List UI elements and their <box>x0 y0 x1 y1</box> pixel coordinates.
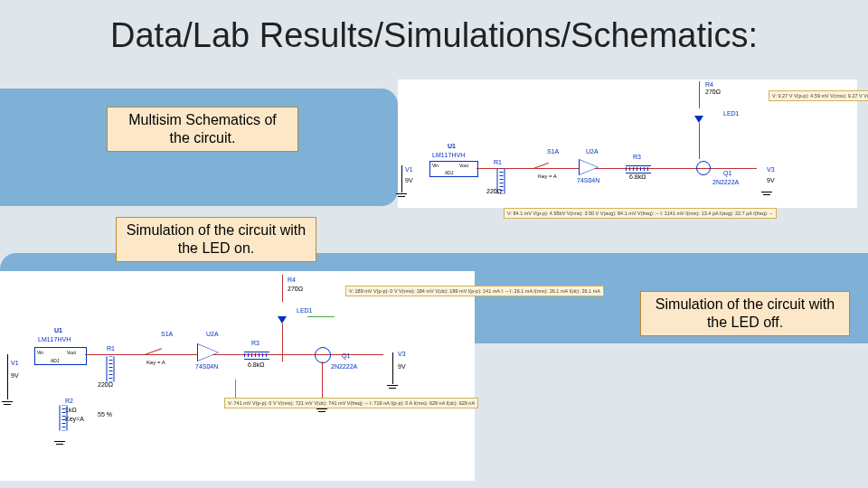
b-r3-sym <box>244 352 269 360</box>
b-gnd-v3 <box>387 385 398 392</box>
b-r2-sym <box>60 406 68 431</box>
b-gnd-v1 <box>2 401 13 408</box>
b-r2-key: Key=A <box>65 416 84 422</box>
schematic-multisim: R4 270Ω LED1 U1 LM117HVH Vin Vout ADJ V1… <box>398 80 857 208</box>
r3-label: R3 <box>633 154 641 160</box>
u2-part: 74S04N <box>577 177 599 183</box>
gnd-v3 <box>761 192 772 199</box>
b-q1-part: 2N2222A <box>331 363 357 370</box>
v3-value: 9V <box>767 177 775 183</box>
b-r4-label: R4 <box>288 277 296 283</box>
b-q1-label: Q1 <box>342 352 350 359</box>
b-s1-label: S1A <box>161 331 173 337</box>
v3-label: V3 <box>767 166 775 173</box>
b-pct: 55 % <box>98 411 112 418</box>
b-v1-label: V1 <box>11 360 19 366</box>
b-u1-part: LM117HVH <box>38 336 71 343</box>
meas-bot2: V: 741 mV V(p-p): 0 V V(rms): 721 mV V(d… <box>224 398 478 408</box>
r4-label: R4 <box>705 81 713 88</box>
v1-value: 9V <box>405 177 413 183</box>
b-r1-value: 220Ω <box>98 381 113 388</box>
u1-vout: Vout <box>459 163 468 168</box>
b-v3-value: 9V <box>398 363 406 370</box>
b-u2-part: 74S04N <box>195 363 218 370</box>
u2-label: U2A <box>586 148 599 155</box>
b-r3-value: 6.8kΩ <box>248 361 264 368</box>
b-gnd-q1 <box>316 408 327 416</box>
meas-mid-holder: V: 84.1 mV V(p-p): 4.95bV V(rms): 3.50 V… <box>504 208 621 271</box>
b-s1-key: Key = A <box>146 360 165 365</box>
q1-label: Q1 <box>723 170 731 176</box>
label-led-off: Simulation of the circuit with the LED o… <box>640 291 850 336</box>
b-led-label: LED1 <box>297 307 313 314</box>
b-led-icon <box>278 316 287 324</box>
s1-key: Key = A <box>538 174 557 179</box>
label-schematic: Multisim Schematics of the circuit. <box>107 107 298 152</box>
b-v3-label: V3 <box>398 351 406 357</box>
b-u1-label: U1 <box>54 327 62 333</box>
schematic-led-on: R4 270Ω LED1 U1 LM117HVH Vin Vout ADJ V1… <box>0 271 475 481</box>
b-u1-adj: ADJ <box>51 358 59 363</box>
s1-label: S1A <box>547 148 559 155</box>
q1-part: 2N2222A <box>712 179 739 185</box>
u1-adj: ADJ <box>445 170 453 175</box>
meas-mid-right: V: 84.1 mV V(p-p): 4.95bV V(rms): 3.50 V… <box>504 208 777 219</box>
u1-vin: Vin <box>432 163 439 168</box>
gnd-v1 <box>396 193 407 201</box>
meas-bot1: V: 189 mV V(p-p): 0 V V(rms): 184 mV V(d… <box>345 286 604 296</box>
b-u1-vout: Vout <box>67 350 76 355</box>
r3-sym <box>626 165 651 174</box>
led1-label: LED1 <box>723 110 740 117</box>
led-icon <box>694 116 703 123</box>
b-u2-label: U2A <box>206 331 219 337</box>
b-r2-label: R2 <box>65 398 73 404</box>
r3-value: 6.8kΩ <box>629 174 646 180</box>
b-r1-sym <box>107 357 115 382</box>
b-gnd-r2 <box>54 441 65 448</box>
label-led-on: Simulation of the circuit with the LED o… <box>116 217 316 262</box>
b-r4-value: 270Ω <box>288 286 303 292</box>
page-title: Data/Lab Results/Simulations/Schematics: <box>0 16 868 55</box>
r4-value: 270Ω <box>705 89 721 95</box>
b-r3-label: R3 <box>251 340 259 346</box>
b-r1-label: R1 <box>107 345 115 352</box>
b-v1-value: 9V <box>11 372 19 379</box>
r1-label: R1 <box>494 159 502 165</box>
u1-label: U1 <box>448 143 456 149</box>
r1-value: 220Ω <box>486 188 502 194</box>
u1-part: LM117HVH <box>432 152 465 158</box>
meas-top-right: V: 9.27 V V(p-p): 4.59 mV V(rms): 9.27 V… <box>769 90 868 101</box>
b-u1-vin: Vin <box>37 350 43 355</box>
v1-label: V1 <box>405 166 413 173</box>
